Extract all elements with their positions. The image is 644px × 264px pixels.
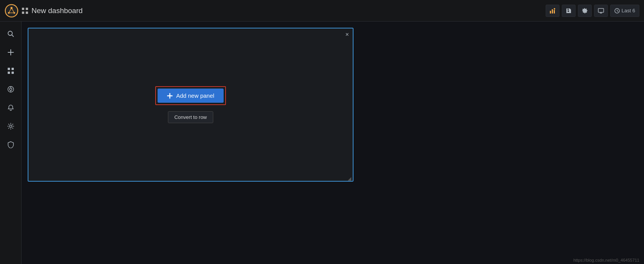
svg-rect-17 xyxy=(598,8,604,12)
sidebar-item-shield[interactable] xyxy=(3,137,18,152)
save-button[interactable] xyxy=(562,5,576,17)
resize-handle[interactable]: ◢ xyxy=(348,176,352,180)
clock-icon xyxy=(614,8,620,13)
dashboards-icon xyxy=(7,67,14,74)
sidebar xyxy=(0,22,22,264)
svg-rect-9 xyxy=(26,8,28,10)
header-actions: Last 6 xyxy=(546,5,639,17)
shield-icon xyxy=(7,141,14,148)
header: New dashboard xyxy=(0,0,644,22)
dashboard-panel: × Add new panel Convert to row ◢ xyxy=(28,28,354,182)
save-icon xyxy=(566,8,572,14)
time-range-label: Last 6 xyxy=(622,8,635,13)
svg-rect-12 xyxy=(550,11,551,13)
svg-point-35 xyxy=(10,125,12,127)
bar-chart-add-icon xyxy=(549,8,556,14)
monitor-icon xyxy=(598,8,604,14)
svg-point-1 xyxy=(10,7,12,9)
content-area: × Add new panel Convert to row ◢ xyxy=(22,22,644,264)
bell-icon xyxy=(7,104,14,111)
grid-icon xyxy=(22,7,28,14)
svg-rect-11 xyxy=(26,12,28,14)
svg-rect-30 xyxy=(12,72,14,74)
add-panel-label: Add new panel xyxy=(176,92,214,99)
gear-icon xyxy=(7,123,14,130)
svg-rect-27 xyxy=(8,68,10,70)
search-icon xyxy=(7,30,14,37)
svg-line-22 xyxy=(617,11,618,12)
sidebar-item-search[interactable] xyxy=(3,26,18,42)
plus-icon xyxy=(7,49,14,56)
plus-circle-icon xyxy=(167,93,173,99)
footer-url: https://blog.csdn.net/m0_46455711 xyxy=(573,258,639,262)
svg-rect-29 xyxy=(8,72,10,74)
time-range-button[interactable]: Last 6 xyxy=(610,5,639,17)
dashboard-title: New dashboard xyxy=(32,7,546,15)
svg-rect-8 xyxy=(22,8,24,10)
grafana-logo xyxy=(5,4,18,18)
sidebar-item-alerting[interactable] xyxy=(3,100,18,115)
sidebar-item-dashboards[interactable] xyxy=(3,63,18,79)
svg-rect-13 xyxy=(552,9,553,13)
sidebar-item-settings[interactable] xyxy=(3,119,18,134)
panel-close-button[interactable]: × xyxy=(345,32,349,38)
convert-to-row-button[interactable]: Convert to row xyxy=(168,111,214,123)
svg-rect-14 xyxy=(554,10,555,13)
tv-mode-button[interactable] xyxy=(594,5,608,17)
explore-icon xyxy=(7,86,14,93)
settings-icon xyxy=(582,8,588,14)
settings-button[interactable] xyxy=(578,5,592,17)
svg-point-32 xyxy=(10,88,12,90)
sidebar-item-explore[interactable] xyxy=(3,82,18,97)
svg-rect-10 xyxy=(22,12,24,14)
sidebar-item-create[interactable] xyxy=(3,45,18,60)
svg-rect-28 xyxy=(12,68,14,70)
main-layout: × Add new panel Convert to row ◢ xyxy=(0,22,644,264)
svg-line-24 xyxy=(12,35,13,37)
add-new-panel-button[interactable]: Add new panel xyxy=(158,89,223,103)
add-panel-button[interactable] xyxy=(546,5,559,17)
add-panel-highlight: Add new panel xyxy=(155,86,226,105)
